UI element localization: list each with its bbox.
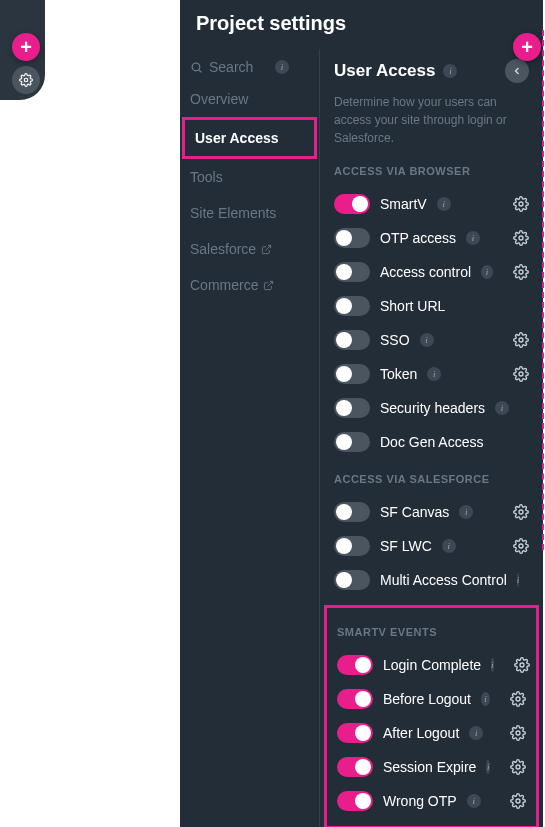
toggle-row-session-expire: Session Expirei xyxy=(337,750,526,784)
info-icon[interactable]: i xyxy=(443,64,457,78)
sidebar: i OverviewUser AccessToolsSite ElementsS… xyxy=(180,49,320,827)
svg-point-16 xyxy=(516,799,520,803)
gear-icon[interactable] xyxy=(514,657,530,673)
toggle[interactable] xyxy=(337,791,373,811)
annotation-dashed-line xyxy=(542,30,544,550)
sidebar-item-overview[interactable]: Overview xyxy=(180,81,319,117)
svg-point-7 xyxy=(519,270,523,274)
add-button-right[interactable]: + xyxy=(513,33,541,61)
content-header: User Access i xyxy=(334,59,529,83)
svg-point-12 xyxy=(520,663,524,667)
svg-point-14 xyxy=(516,731,520,735)
toggle-label: SSO xyxy=(380,332,410,348)
info-icon[interactable]: i xyxy=(481,692,490,706)
external-link-icon xyxy=(263,280,274,291)
sidebar-item-commerce[interactable]: Commerce xyxy=(180,267,319,303)
svg-line-2 xyxy=(199,69,201,71)
toggle[interactable] xyxy=(337,757,373,777)
sidebar-item-label: User Access xyxy=(195,130,279,146)
section-access-via-salesforce: ACCESS VIA SALESFORCESF CanvasiSF LWCiMu… xyxy=(334,473,529,597)
add-button-left[interactable]: + xyxy=(12,33,40,61)
info-icon[interactable]: i xyxy=(275,60,289,74)
svg-point-8 xyxy=(519,338,523,342)
toggle-label: Wrong OTP xyxy=(383,793,457,809)
info-icon[interactable]: i xyxy=(495,401,509,415)
gear-icon[interactable] xyxy=(510,725,526,741)
toggle[interactable] xyxy=(337,723,373,743)
toggle-row-doc-gen-access: Doc Gen Access xyxy=(334,425,529,459)
gear-icon[interactable] xyxy=(513,332,529,348)
section-smartv-events: SMARTV EVENTSLogin CompleteiBefore Logou… xyxy=(324,605,539,827)
info-icon[interactable]: i xyxy=(469,726,483,740)
toggle-row-token: Tokeni xyxy=(334,357,529,391)
toggle[interactable] xyxy=(334,364,370,384)
section-access-via-browser: ACCESS VIA BROWSERSmartViOTP accessiAcce… xyxy=(334,165,529,459)
collapse-button[interactable] xyxy=(505,59,529,83)
toggle[interactable] xyxy=(334,262,370,282)
sidebar-item-tools[interactable]: Tools xyxy=(180,159,319,195)
gear-icon[interactable] xyxy=(513,196,529,212)
toggle-label: After Logout xyxy=(383,725,459,741)
toggle[interactable] xyxy=(334,228,370,248)
toggle-row-before-logout: Before Logouti xyxy=(337,682,526,716)
gear-icon[interactable] xyxy=(513,538,529,554)
sidebar-item-salesforce[interactable]: Salesforce xyxy=(180,231,319,267)
toggle[interactable] xyxy=(334,330,370,350)
toggle-label: Security headers xyxy=(380,400,485,416)
toggle-label: SmartV xyxy=(380,196,427,212)
toggle-row-multi-access-control: Multi Access Controli xyxy=(334,563,529,597)
toggle-label: Before Logout xyxy=(383,691,471,707)
info-icon[interactable]: i xyxy=(481,265,493,279)
toggle[interactable] xyxy=(334,536,370,556)
svg-point-6 xyxy=(519,236,523,240)
svg-point-15 xyxy=(516,765,520,769)
search-icon xyxy=(190,61,203,74)
toggle[interactable] xyxy=(334,570,370,590)
panel-header: Project settings xyxy=(180,0,543,49)
info-icon[interactable]: i xyxy=(466,231,480,245)
sidebar-item-label: Site Elements xyxy=(190,205,276,221)
content-title: User Access xyxy=(334,61,435,81)
gear-icon[interactable] xyxy=(513,264,529,280)
gear-icon[interactable] xyxy=(513,504,529,520)
toggle[interactable] xyxy=(337,655,373,675)
toggle-row-login-complete: Login Completei xyxy=(337,648,526,682)
search-input[interactable] xyxy=(209,59,269,75)
toggle[interactable] xyxy=(334,502,370,522)
toggle-label: Short URL xyxy=(380,298,445,314)
section-label: ACCESS VIA BROWSER xyxy=(334,165,529,177)
toggle-row-sf-canvas: SF Canvasi xyxy=(334,495,529,529)
gear-icon[interactable] xyxy=(513,366,529,382)
info-icon[interactable]: i xyxy=(459,505,473,519)
toggle-label: SF LWC xyxy=(380,538,432,554)
info-icon[interactable]: i xyxy=(517,573,520,587)
info-icon[interactable]: i xyxy=(486,760,490,774)
toggle[interactable] xyxy=(334,296,370,316)
info-icon[interactable]: i xyxy=(427,367,441,381)
toggle[interactable] xyxy=(334,432,370,452)
info-icon[interactable]: i xyxy=(491,658,494,672)
sidebar-item-label: Salesforce xyxy=(190,241,256,257)
info-icon[interactable]: i xyxy=(420,333,434,347)
toggle[interactable] xyxy=(337,689,373,709)
panel-body: i OverviewUser AccessToolsSite ElementsS… xyxy=(180,49,543,827)
toggle[interactable] xyxy=(334,194,370,214)
info-icon[interactable]: i xyxy=(467,794,481,808)
settings-gear-left[interactable] xyxy=(12,66,40,94)
gear-icon[interactable] xyxy=(510,691,526,707)
toggle[interactable] xyxy=(334,398,370,418)
info-icon[interactable]: i xyxy=(437,197,451,211)
toggle-row-short-url: Short URL xyxy=(334,289,529,323)
info-icon[interactable]: i xyxy=(442,539,456,553)
external-link-icon xyxy=(261,244,272,255)
svg-point-10 xyxy=(519,510,523,514)
toggle-row-otp-access: OTP accessi xyxy=(334,221,529,255)
sidebar-item-label: Overview xyxy=(190,91,248,107)
gear-icon[interactable] xyxy=(510,793,526,809)
svg-point-0 xyxy=(24,78,28,82)
sidebar-item-user-access[interactable]: User Access xyxy=(182,117,317,159)
gear-icon[interactable] xyxy=(513,230,529,246)
sidebar-item-site-elements[interactable]: Site Elements xyxy=(180,195,319,231)
svg-line-4 xyxy=(268,281,273,286)
gear-icon[interactable] xyxy=(510,759,526,775)
